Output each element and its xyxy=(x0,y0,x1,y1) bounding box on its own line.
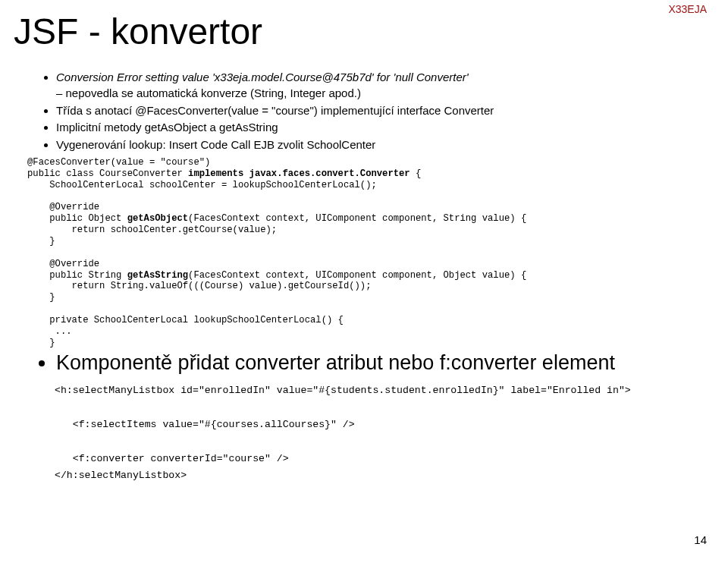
bullet-list: Conversion Error setting value 'x33eja.m… xyxy=(23,71,705,152)
bullet-2: Třída s anotací @FacesConverter(value = … xyxy=(56,104,705,118)
slide-body: Conversion Error setting value 'x33eja.m… xyxy=(23,71,705,485)
slide-title: JSF - konvertor xyxy=(14,11,728,52)
xml-block: <h:selectManyListbox id="enrolledIn" val… xyxy=(55,382,705,485)
bullet-1-sub: nepovedla se automatická konverze (Strin… xyxy=(56,86,705,101)
big-bullet-item: Komponentě přidat converter atribut nebo… xyxy=(56,351,705,375)
bullet-1-main: Conversion Error setting value 'x33eja.m… xyxy=(56,71,469,83)
bullet-1: Conversion Error setting value 'x33eja.m… xyxy=(56,71,705,101)
bullet-4: Vygenerování lookup: Insert Code Call EJ… xyxy=(56,138,705,152)
big-bullet-list: Komponentě přidat converter atribut nebo… xyxy=(23,351,705,375)
course-code-header: X33EJA xyxy=(668,3,707,15)
bullet-3: Implicitní metody getAsObject a getAsStr… xyxy=(56,121,705,135)
page-number: 14 xyxy=(694,533,707,546)
code-block: @FacesConverter(value = "course") public… xyxy=(27,157,705,349)
